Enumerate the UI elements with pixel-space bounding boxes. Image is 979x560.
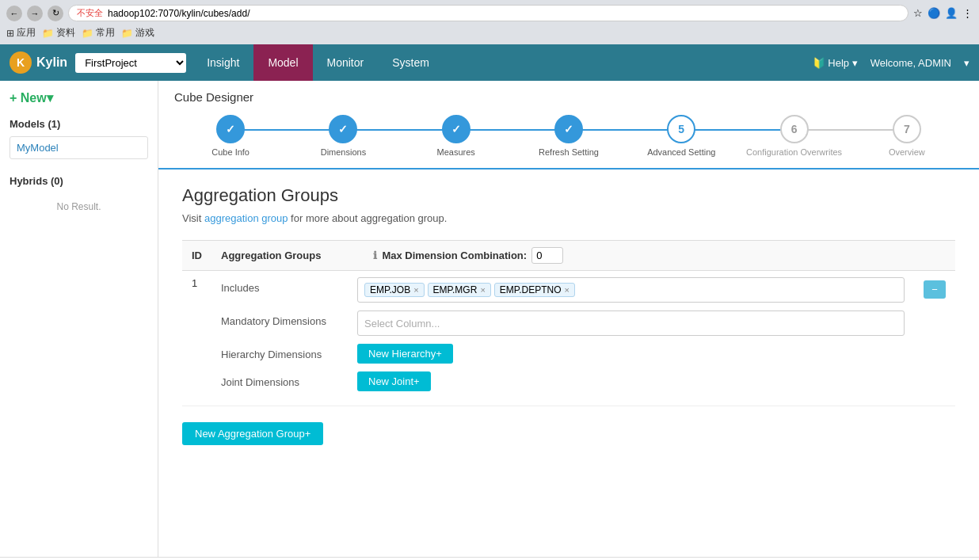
nav-tab-system[interactable]: System: [378, 44, 444, 81]
cube-designer-header: Cube Designer ✓ Cube Info ✓ Dimensions ✓…: [158, 81, 979, 170]
app-footer: 🏠 Apache Kylin | 🏠 Apache Kylin Communit…: [0, 557, 979, 560]
menu-icon[interactable]: ⋮: [962, 7, 973, 19]
col-action: [914, 241, 955, 271]
bookmark-games[interactable]: 📁 游戏: [121, 26, 154, 40]
mandatory-placeholder: Select Column...: [364, 318, 440, 330]
step-label-7: Overview: [889, 147, 925, 157]
welcome-chevron: ▾: [964, 57, 969, 69]
step-dimensions: ✓ Dimensions: [287, 115, 399, 157]
col-groups: Aggregation Groups ℹ Max Dimension Combi…: [211, 241, 914, 271]
content-area: Aggregation Groups Visit aggregation gro…: [158, 170, 979, 461]
models-section: Models (1) MyModel: [10, 118, 148, 159]
header-right: 🔰 Help ▾ Welcome, ADMIN ▾: [813, 57, 969, 69]
step-config: 6 Configuration Overwrites: [737, 115, 850, 157]
remove-cell: −: [914, 271, 955, 406]
joint-row: Joint Dimensions New Joint+: [221, 371, 905, 391]
browser-chrome: ← → ↻ 不安全 hadoop102:7070/kylin/cubes/add…: [0, 0, 979, 44]
tag-empdeptno: EMP.DEPTNO ×: [494, 283, 575, 297]
hybrids-no-result: No Result.: [10, 193, 148, 220]
tag-empmgr: EMP.MGR ×: [428, 283, 491, 297]
max-combo-input[interactable]: [531, 247, 563, 264]
step-circle-4: ✓: [554, 115, 583, 143]
app-header: K Kylin FirstProject Insight Model Monit…: [0, 44, 979, 81]
hybrids-section: Hybrids (0) No Result.: [10, 175, 148, 220]
app-logo: K Kylin: [10, 51, 67, 74]
mandatory-row: Mandatory Dimensions Select Column...: [221, 310, 905, 336]
col-groups-label: Aggregation Groups: [221, 250, 321, 261]
browser-nav: ← → ↻ 不安全 hadoop102:7070/kylin/cubes/add…: [6, 5, 973, 21]
logo-icon: K: [10, 51, 32, 74]
welcome-user[interactable]: Welcome, ADMIN: [870, 57, 951, 69]
aggregation-table: ID Aggregation Groups ℹ Max Dimension Co…: [182, 240, 955, 406]
page-subtitle: Visit aggregation group for more about a…: [182, 212, 955, 224]
nav-tab-model[interactable]: Model: [253, 44, 312, 81]
step-measures: ✓ Measures: [400, 115, 512, 157]
subtitle-link[interactable]: aggregation group: [204, 212, 288, 224]
joint-buttons: New Joint+: [357, 371, 431, 391]
step-refresh: ✓ Refresh Setting: [512, 115, 625, 157]
forward-button[interactable]: →: [27, 6, 43, 21]
step-circle-7: 7: [893, 115, 921, 143]
hierarchy-row: Hierarchy Dimensions New Hierarchy+: [221, 344, 905, 364]
tag-empjob: EMP.JOB ×: [364, 283, 425, 297]
new-button[interactable]: + New▾: [10, 90, 148, 105]
project-select[interactable]: FirstProject: [75, 53, 186, 73]
bookmarks-bar: ⊞ 应用 📁 资料 📁 常用 📁 游戏: [6, 25, 973, 41]
mandatory-input[interactable]: Select Column...: [357, 310, 905, 336]
hierarchy-buttons: New Hierarchy+: [357, 344, 453, 364]
security-warning: 不安全: [77, 7, 103, 19]
nav-tab-insight[interactable]: Insight: [192, 44, 253, 81]
includes-label: Includes: [221, 277, 348, 294]
bookmark-icon[interactable]: ☆: [913, 7, 923, 19]
help-button[interactable]: 🔰 Help ▾: [813, 57, 858, 69]
sidebar: + New▾ Models (1) MyModel Hybrids (0) No…: [0, 81, 158, 557]
tag-close-empjob[interactable]: ×: [413, 285, 418, 295]
url-text: hadoop102:7070/kylin/cubes/add/: [108, 8, 250, 19]
col-id: ID: [182, 241, 211, 271]
model-item-mymodel[interactable]: MyModel: [10, 136, 148, 159]
step-advanced: 5 Advanced Setting: [625, 115, 737, 157]
step-label-2: Dimensions: [321, 147, 366, 157]
app-name: Kylin: [36, 55, 67, 70]
step-overview: 7 Overview: [851, 115, 963, 157]
table-row: 1 Includes EMP.JOB ×: [182, 271, 955, 406]
models-title: Models (1): [10, 118, 148, 130]
app-body: + New▾ Models (1) MyModel Hybrids (0) No…: [0, 81, 979, 557]
step-circle-2: ✓: [329, 115, 357, 143]
step-circle-6: 6: [780, 115, 809, 143]
logo-text: K: [17, 56, 25, 69]
includes-row: Includes EMP.JOB × EMP.MGR ×: [221, 277, 905, 303]
step-label-3: Measures: [437, 147, 475, 157]
step-cube-info: ✓ Cube Info: [174, 115, 287, 157]
bookmark-common[interactable]: 📁 常用: [82, 26, 115, 40]
step-label-4: Refresh Setting: [539, 147, 599, 157]
step-circle-5: 5: [667, 115, 695, 143]
bookmark-data[interactable]: 📁 资料: [42, 26, 75, 40]
hybrids-title: Hybrids (0): [10, 175, 148, 187]
extensions-icon[interactable]: 🔵: [928, 7, 940, 19]
profile-icon[interactable]: 👤: [945, 7, 958, 19]
new-hierarchy-button[interactable]: New Hierarchy+: [357, 344, 453, 364]
max-combo-label: Max Dimension Combination:: [382, 250, 527, 261]
new-aggregation-group-button[interactable]: New Aggregation Group+: [182, 422, 323, 445]
new-joint-button[interactable]: New Joint+: [357, 371, 431, 391]
subtitle-suffix: for more about aggregation group.: [291, 212, 447, 224]
nav-tab-monitor[interactable]: Monitor: [313, 44, 379, 81]
row-id: 1: [182, 271, 211, 406]
step-circle-3: ✓: [442, 115, 470, 143]
info-icon[interactable]: ℹ: [373, 250, 377, 261]
address-bar[interactable]: 不安全 hadoop102:7070/kylin/cubes/add/: [68, 5, 909, 21]
hierarchy-label: Hierarchy Dimensions: [221, 344, 348, 360]
page-title: Aggregation Groups: [182, 185, 955, 206]
back-button[interactable]: ←: [6, 6, 22, 21]
stepper: ✓ Cube Info ✓ Dimensions ✓ Measures ✓ Re…: [174, 115, 963, 168]
step-label-1: Cube Info: [211, 147, 250, 157]
tag-close-empdeptno[interactable]: ×: [565, 285, 569, 295]
mandatory-label: Mandatory Dimensions: [221, 310, 348, 327]
includes-input[interactable]: EMP.JOB × EMP.MGR × EMP.DEPTNO: [357, 277, 905, 303]
bookmark-apps[interactable]: ⊞ 应用: [6, 26, 36, 40]
joint-label: Joint Dimensions: [221, 371, 348, 388]
refresh-button[interactable]: ↻: [48, 6, 63, 21]
tag-close-empmgr[interactable]: ×: [480, 285, 485, 295]
remove-row-button[interactable]: −: [924, 280, 946, 299]
